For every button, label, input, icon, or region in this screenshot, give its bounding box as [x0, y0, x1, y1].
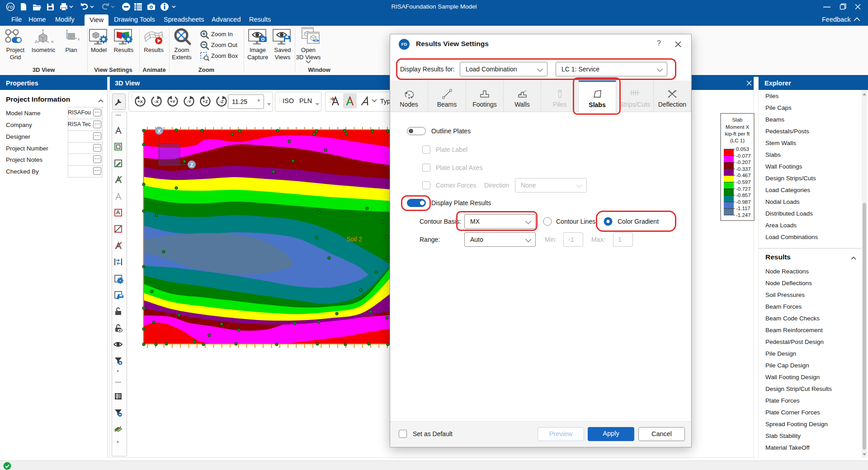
svg-text:X: X — [157, 128, 161, 134]
svg-text:••••: •••• — [115, 380, 121, 385]
svg-text:Soil 2: Soil 2 — [346, 235, 362, 243]
svg-text:Z: Z — [190, 162, 193, 168]
